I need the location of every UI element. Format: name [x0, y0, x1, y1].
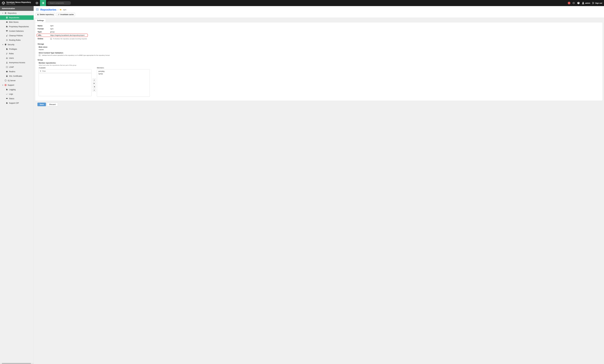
online-checkbox[interactable]	[50, 38, 52, 40]
save-button[interactable]: Save	[38, 103, 46, 106]
name-label: Name:	[38, 24, 50, 27]
invalidate-cache-label: Invalidate cache	[60, 13, 74, 15]
help-icon	[577, 2, 580, 4]
move-down-button[interactable]: ▼	[93, 89, 96, 92]
top-header: Sonatype Nexus Repository OSS 3.72.0-04 …	[0, 0, 604, 6]
list-item[interactable]: npmjs	[97, 73, 150, 75]
user-icon	[582, 2, 584, 4]
logging-icon	[6, 88, 8, 91]
sidebar-item-iq[interactable]: IQ Server	[0, 78, 34, 83]
members-list[interactable]: yarnpkgnpmjs	[97, 69, 150, 97]
tab-settings[interactable]: Settings	[35, 19, 46, 22]
sidebar-item-ldap[interactable]: LDAP	[0, 65, 34, 69]
available-filter-input[interactable]	[42, 70, 91, 72]
footer-buttons: Save Discard	[35, 101, 603, 108]
product-title: Sonatype Nexus Repository	[6, 1, 31, 3]
move-right-button[interactable]: ▶	[93, 82, 96, 85]
storage-section-title: Storage	[38, 43, 600, 45]
alert-icon[interactable]	[568, 2, 570, 4]
member-repos-label: Member repositories:	[39, 62, 600, 64]
sidebar-item-realms[interactable]: Realms	[0, 69, 34, 74]
search-icon	[49, 2, 49, 4]
sidebar-item-logs[interactable]: Logs	[0, 92, 34, 96]
refresh-button[interactable]	[572, 1, 575, 4]
sidebar-item-label: Proprietary Repositories	[9, 25, 29, 28]
sidebar-item-ssl[interactable]: SSL Certificates	[0, 74, 34, 78]
sidebar-item-cleanup[interactable]: Cleanup Policies	[0, 33, 34, 38]
sidebar-item-label: IQ Server	[8, 80, 16, 82]
sidebar-item-support-zip[interactable]: Support ZIP	[0, 101, 34, 105]
sidebar-item-status[interactable]: Status	[0, 96, 34, 101]
cube-icon	[36, 1, 38, 4]
sidebar-item-logging[interactable]: Logging	[0, 87, 34, 92]
database-icon	[36, 8, 39, 11]
anon-icon	[6, 61, 8, 64]
members-title: Members	[97, 67, 150, 69]
proprietary-icon	[6, 25, 8, 28]
svg-point-0	[6, 53, 7, 53]
privileges-icon	[6, 48, 8, 50]
signout-button[interactable]: Sign out	[592, 2, 602, 4]
user-label: admin	[585, 2, 590, 4]
move-up-button[interactable]: ▲	[93, 78, 96, 81]
admin-tab[interactable]	[40, 0, 46, 6]
search-input[interactable]	[50, 2, 70, 4]
type-label: Type:	[38, 30, 50, 33]
sidebar-item-blobstores[interactable]: Blob Stores	[0, 20, 34, 24]
nexus-logo-icon	[1, 1, 5, 5]
realms-icon	[6, 71, 8, 73]
delete-repository-label: Delete repository	[40, 13, 54, 15]
breadcrumb-leaf: npm	[63, 9, 66, 11]
url-value[interactable]: https://registry.burakberk.dev/repositor…	[50, 34, 85, 36]
strict-content-help: Validate that all content uploaded to th…	[42, 54, 110, 56]
sidebar-item-repository[interactable]: ▼Repository	[0, 11, 34, 15]
sidebar-item-anon[interactable]: Anonymous Access	[0, 60, 34, 65]
sidebar-scrollbar[interactable]	[0, 363, 34, 364]
user-menu[interactable]: admin	[582, 2, 590, 4]
strict-content-checkbox[interactable]	[39, 54, 40, 56]
sidebar-item-label: Repository	[8, 12, 16, 14]
status-icon	[6, 97, 8, 100]
sidebar-item-label: Logs	[9, 93, 13, 95]
list-item[interactable]: yarnpkg	[97, 70, 150, 73]
eraser-icon	[58, 14, 60, 15]
signout-icon	[592, 2, 594, 4]
sidebar-item-routing[interactable]: Routing Rules	[0, 38, 34, 42]
browse-tab[interactable]	[34, 0, 40, 6]
sidebar-item-users[interactable]: Users	[0, 56, 34, 60]
sidebar-item-security[interactable]: ▼Security	[0, 42, 34, 47]
sidebar-item-privileges[interactable]: Privileges	[0, 47, 34, 51]
search-box[interactable]	[47, 1, 71, 5]
refresh-icon	[572, 2, 575, 4]
sidebar-item-proprietary[interactable]: Proprietary Repositories	[0, 24, 34, 29]
available-filter[interactable]	[39, 69, 92, 73]
available-list[interactable]	[39, 73, 92, 96]
sidebar-item-roles[interactable]: Roles	[0, 51, 34, 56]
help-button[interactable]	[577, 1, 580, 4]
discard-button[interactable]: Discard	[47, 103, 58, 106]
settings-panel: Name:npm Format:npm Type:group URL: http…	[35, 22, 603, 101]
sidebar-item-support[interactable]: ▼Support	[0, 83, 34, 87]
sidebar-item-label: Routing Rules	[9, 39, 21, 41]
sidebar-item-label: Realms	[9, 71, 15, 73]
sidebar-item-content-selectors[interactable]: Content Selectors	[0, 29, 34, 33]
breadcrumb-main[interactable]: Repositories	[40, 8, 56, 11]
sidebar-item-repositories[interactable]: Repositories	[0, 15, 34, 20]
sidebar-item-label: Anonymous Access	[9, 61, 25, 64]
svg-rect-6	[6, 98, 8, 99]
support-icon	[4, 84, 7, 86]
invalidate-cache-button[interactable]: Invalidate cache	[56, 13, 75, 16]
security-icon	[4, 44, 7, 46]
svg-point-4	[6, 62, 7, 62]
svg-point-2	[6, 57, 7, 58]
exclamation-icon	[568, 2, 570, 4]
delete-repository-button[interactable]: Delete repository	[36, 13, 55, 16]
logs-icon	[6, 93, 8, 95]
dual-list: Available ▲ ▶ ◀ ▼	[39, 67, 600, 97]
sidebar-item-label: SSL Certificates	[9, 75, 22, 77]
group-section-title: Group	[38, 59, 600, 61]
sidebar-item-label: Content Selectors	[9, 30, 24, 32]
move-left-button[interactable]: ◀	[93, 85, 96, 88]
iq-icon	[4, 80, 7, 82]
caret-icon: ▼	[2, 12, 3, 14]
